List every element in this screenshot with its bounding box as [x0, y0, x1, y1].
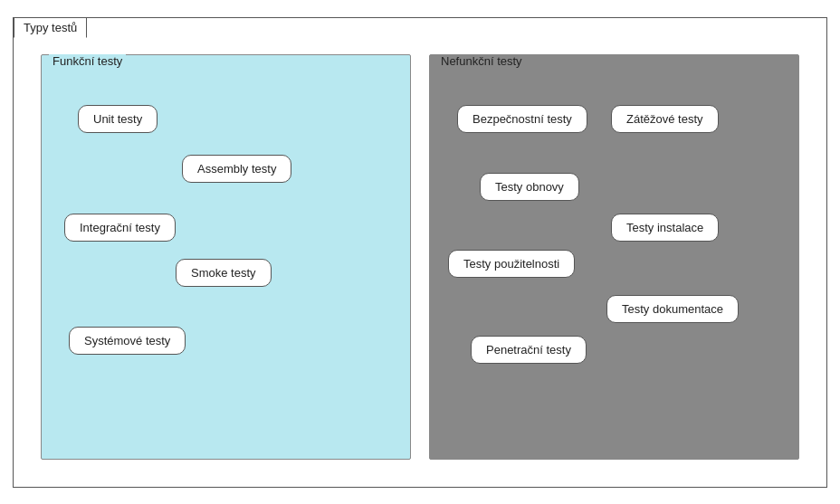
badge-penetracni: Penetrační testy: [471, 336, 587, 364]
badge-obnovy: Testy obnovy: [480, 173, 579, 201]
nonfunctional-panel-inner: Bezpečnostní testy Zátěžové testy Testy …: [430, 55, 798, 459]
window-tab: Typy testů: [14, 17, 87, 38]
functional-panel: Funkční testy Unit testy Assembly testy …: [41, 54, 411, 460]
badge-zatezove: Zátěžové testy: [611, 105, 719, 133]
functional-panel-inner: Unit testy Assembly testy Integrační tes…: [42, 55, 410, 459]
badge-integracni: Integrační testy: [64, 214, 176, 242]
badge-systemove: Systémové testy: [69, 327, 186, 355]
outer-frame: Typy testů Funkční testy Unit testy Asse…: [13, 17, 827, 488]
badge-dokumentace: Testy dokumentace: [606, 295, 739, 323]
badge-assembly: Assembly testy: [182, 155, 291, 183]
badge-pouzitelnosti: Testy použitelnosti: [448, 250, 575, 278]
badge-smoke: Smoke testy: [176, 259, 272, 287]
nonfunctional-panel: Nefunkční testy Bezpečnostní testy Zátěž…: [429, 54, 799, 460]
badge-bezpecnostni: Bezpečnostní testy: [457, 105, 587, 133]
badge-unit: Unit testy: [78, 105, 158, 133]
badge-instalace: Testy instalace: [611, 214, 719, 242]
main-content: Funkční testy Unit testy Assembly testy …: [14, 18, 826, 487]
